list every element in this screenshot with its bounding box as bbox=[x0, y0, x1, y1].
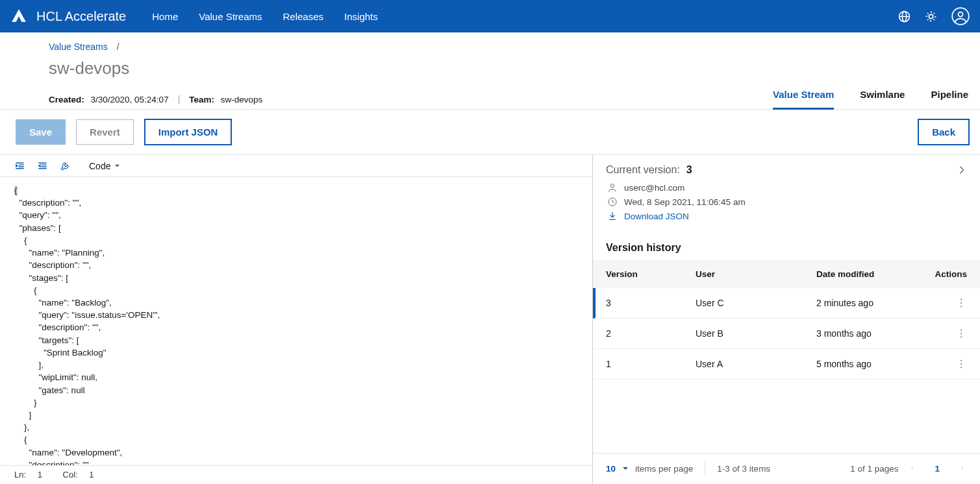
editor-panel: Code { "description": "", "query": "", "… bbox=[0, 155, 593, 483]
cell-date: 5 months ago bbox=[816, 359, 933, 369]
cell-version: 2 bbox=[606, 328, 696, 339]
cell-user: User C bbox=[696, 298, 816, 308]
save-button[interactable]: Save bbox=[16, 119, 66, 145]
pages-range: 1 of 1 pages bbox=[850, 464, 898, 474]
caret-down-icon bbox=[622, 465, 629, 472]
svg-point-12 bbox=[961, 360, 962, 361]
meta-team-label: Team: bbox=[189, 95, 214, 104]
caret-down-icon bbox=[114, 163, 120, 169]
page-size-selector[interactable]: 10 bbox=[606, 464, 629, 474]
col-header-actions: Actions bbox=[935, 269, 967, 279]
clock-icon bbox=[607, 197, 618, 207]
globe-icon[interactable] bbox=[898, 10, 911, 23]
cell-date: 3 months ago bbox=[816, 328, 933, 339]
version-datetime: Wed, 8 Sep 2021, 11:06:45 am bbox=[624, 197, 746, 207]
indent-icon[interactable] bbox=[14, 160, 25, 171]
nav-releases[interactable]: Releases bbox=[283, 11, 324, 22]
version-user-line: userc@hcl.com bbox=[607, 182, 967, 193]
code-dropdown[interactable]: Code bbox=[89, 161, 120, 171]
meta-row: Created: 3/30/2020, 05:24:07 | Team: sw-… bbox=[49, 89, 980, 110]
table-row[interactable]: 2 User B 3 months ago bbox=[593, 319, 980, 349]
page-size-value: 10 bbox=[606, 464, 616, 474]
app-logo-icon bbox=[10, 8, 27, 25]
row-actions-icon[interactable] bbox=[955, 297, 967, 309]
current-version-num: 3 bbox=[686, 164, 692, 176]
avatar-icon[interactable] bbox=[951, 7, 970, 25]
page-header: Value Streams / sw-devops Created: 3/30/… bbox=[49, 32, 980, 110]
table-row[interactable]: 3 User C 2 minutes ago bbox=[593, 288, 980, 319]
cell-version: 3 bbox=[606, 298, 696, 308]
row-actions-icon[interactable] bbox=[955, 328, 967, 339]
status-bar: Ln: 1 Col: 1 bbox=[0, 465, 592, 483]
import-json-button[interactable]: Import JSON bbox=[144, 119, 232, 145]
items-per-page-label: items per page bbox=[635, 464, 693, 474]
table-row[interactable]: 1 User A 5 months ago bbox=[593, 349, 980, 380]
breadcrumb-separator: / bbox=[117, 42, 119, 52]
svg-point-14 bbox=[961, 367, 962, 368]
nav-insights[interactable]: Insights bbox=[344, 11, 378, 22]
next-page-icon[interactable] bbox=[957, 463, 967, 474]
svg-point-13 bbox=[961, 363, 962, 365]
svg-point-6 bbox=[961, 299, 962, 300]
col-header-date: Date modified bbox=[816, 269, 933, 279]
gear-icon[interactable] bbox=[925, 10, 937, 23]
version-datetime-line: Wed, 8 Sep 2021, 11:06:45 am bbox=[607, 197, 967, 207]
svg-point-3 bbox=[959, 12, 963, 17]
breadcrumb-link[interactable]: Value Streams bbox=[49, 42, 108, 52]
page-current: 1 bbox=[927, 464, 948, 474]
back-button[interactable]: Back bbox=[918, 119, 970, 145]
nav-home[interactable]: Home bbox=[152, 11, 178, 22]
version-history-title: Version history bbox=[606, 242, 967, 254]
editor-body[interactable]: { "description": "", "query": "", "phase… bbox=[0, 177, 592, 465]
status-ln: Ln: 1 bbox=[14, 470, 51, 479]
main: Code { "description": "", "query": "", "… bbox=[0, 155, 980, 483]
tab-swimlane[interactable]: Swimlane bbox=[860, 89, 905, 110]
svg-point-9 bbox=[961, 330, 962, 331]
svg-point-7 bbox=[961, 302, 962, 304]
cell-user: User B bbox=[696, 328, 816, 339]
pagination-controls: 1 of 1 pages 1 bbox=[850, 463, 967, 474]
editor-toolbar: Code bbox=[0, 155, 592, 177]
meta-created-value: 3/30/2020, 05:24:07 bbox=[91, 95, 169, 104]
version-header: Current version: 3 userc@hcl.com Wed, 8 bbox=[593, 155, 980, 233]
meta-created: Created: 3/30/2020, 05:24:07 bbox=[49, 95, 169, 104]
chevron-right-icon[interactable] bbox=[957, 165, 967, 175]
meta-created-label: Created: bbox=[49, 95, 84, 104]
tab-pipeline[interactable]: Pipeline bbox=[931, 89, 968, 110]
pagination-separator bbox=[705, 461, 705, 476]
status-col: Col: 1 bbox=[63, 470, 103, 479]
topbar-right bbox=[898, 7, 970, 25]
items-range: 1-3 of 3 items bbox=[717, 464, 770, 474]
action-row: Save Revert Import JSON Back bbox=[0, 110, 980, 154]
row-actions-icon[interactable] bbox=[955, 358, 967, 370]
current-version-row: Current version: 3 bbox=[606, 164, 967, 176]
revert-button[interactable]: Revert bbox=[76, 119, 134, 145]
user-icon bbox=[607, 182, 618, 193]
tab-value-stream[interactable]: Value Stream bbox=[773, 89, 834, 110]
svg-point-10 bbox=[961, 333, 962, 334]
cell-user: User A bbox=[696, 359, 816, 369]
outdent-icon[interactable] bbox=[37, 160, 48, 171]
logo-area: HCL Accelerate bbox=[10, 8, 126, 25]
download-json-line: Download JSON bbox=[607, 211, 967, 221]
topbar: HCL Accelerate Home Value Streams Releas… bbox=[0, 0, 980, 32]
wrench-icon[interactable] bbox=[60, 160, 71, 171]
svg-point-4 bbox=[610, 184, 614, 188]
cell-date: 2 minutes ago bbox=[816, 298, 933, 308]
svg-point-8 bbox=[961, 306, 962, 307]
nav-value-streams[interactable]: Value Streams bbox=[199, 11, 262, 22]
col-header-version: Version bbox=[606, 269, 696, 279]
download-json-link[interactable]: Download JSON bbox=[624, 212, 689, 221]
breadcrumb: Value Streams / bbox=[49, 42, 980, 52]
meta-separator: | bbox=[178, 94, 181, 104]
col-header-user: User bbox=[696, 269, 816, 279]
table-header: Version User Date modified Actions bbox=[593, 260, 980, 288]
app-title: HCL Accelerate bbox=[36, 9, 126, 24]
page-title: sw-devops bbox=[49, 58, 980, 79]
meta-team: Team: sw-devops bbox=[189, 95, 262, 104]
nav-items: Home Value Streams Releases Insights bbox=[152, 11, 378, 22]
download-icon bbox=[607, 211, 618, 221]
version-user: userc@hcl.com bbox=[624, 183, 685, 193]
prev-page-icon[interactable] bbox=[907, 463, 918, 474]
current-version-label: Current version: bbox=[606, 164, 680, 176]
